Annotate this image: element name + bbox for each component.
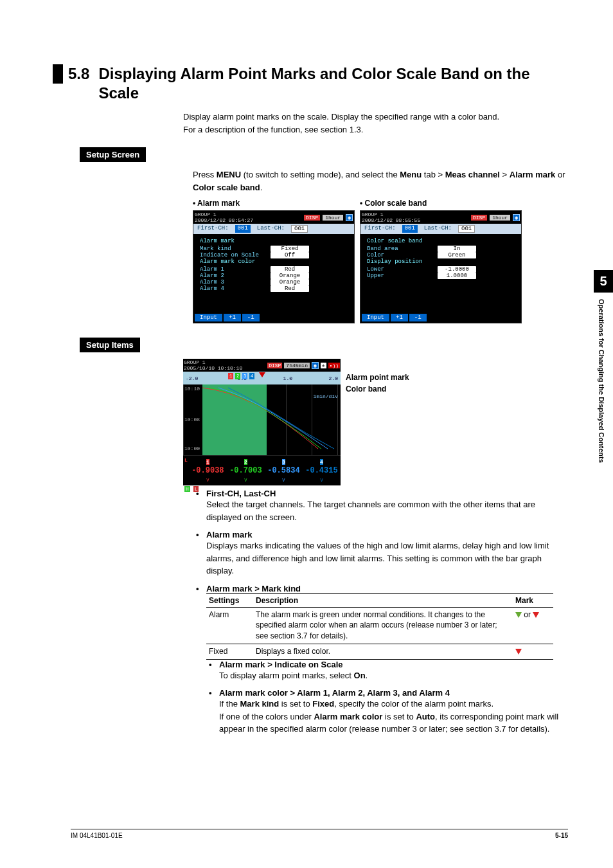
page-footer: IM 04L41B01-01E 5-15 xyxy=(71,829,568,839)
camera-icon: ◉ xyxy=(312,362,319,369)
alarm-mark-device: GROUP 12008/12/02 08:54:27 DISP 1hour ◉ … xyxy=(193,210,355,323)
intro-text: Display alarm point marks on the scale. … xyxy=(183,111,568,136)
page-number: 5-15 xyxy=(555,832,568,839)
alarm-point-mark-icon xyxy=(259,372,265,377)
low-indicator: L xyxy=(183,456,189,485)
color-band-screen-col: • Color scale band GROUP 12008/12/02 08:… xyxy=(360,199,520,323)
side-tab: 5 Operations for Changing the Displayed … xyxy=(594,270,613,469)
list-item: Alarm mark color > Alarm 1, Alarm 2, Ala… xyxy=(209,688,568,736)
chapter-number: 5 xyxy=(594,270,613,293)
doc-id: IM 04L41B01-01E xyxy=(71,832,123,839)
triangle-red-icon xyxy=(533,612,539,618)
color-band-caption: • Color scale band xyxy=(360,199,520,208)
mark-alarm-icons: or xyxy=(513,607,553,644)
list-item: Alarm mark Displays marks indicating the… xyxy=(196,530,568,577)
intro-line2: For a description of the function, see s… xyxy=(183,123,568,136)
disp-icon: DISP xyxy=(267,363,282,368)
zoom-icon: ± xyxy=(321,363,326,368)
section-number: 5.8 xyxy=(53,64,98,84)
trend-annotations: Alarm point mark Color band xyxy=(346,359,409,395)
disp-icon: DISP xyxy=(304,215,320,221)
setup-items-list: First-CH, Last-CH Select the target chan… xyxy=(196,489,568,736)
section-heading: 5.8 Displaying Alarm Point Marks and Col… xyxy=(71,64,568,103)
alarm-mark-caption: • Alarm mark xyxy=(193,199,353,208)
list-item: Alarm mark > Mark kind Settings Descript… xyxy=(196,584,568,736)
camera-icon: ◉ xyxy=(346,214,353,221)
trend-screen: GROUP 12005/10/10 10:10:10 DISP 7h45min … xyxy=(183,359,341,481)
triangle-green-icon xyxy=(515,612,522,618)
setup-items-heading: Setup Items xyxy=(80,338,140,352)
list-item: Alarm mark > Indicate on Scale To displa… xyxy=(209,660,568,682)
color-band-device: GROUP 12008/12/02 08:55:55 DISP 1hour ◉ … xyxy=(360,210,522,323)
nested-list: Alarm mark > Indicate on Scale To displa… xyxy=(209,660,568,736)
mark-fixed-icon-cell xyxy=(513,644,553,659)
trend-display-row: GROUP 12005/10/10 10:10:10 DISP 7h45min … xyxy=(183,359,568,481)
list-item: First-CH, Last-CH Select the target chan… xyxy=(196,489,568,523)
setup-screen-heading: Setup Screen xyxy=(80,147,146,162)
intro-line1: Display alarm point marks on the scale. … xyxy=(183,111,568,123)
color-band-label: Color band xyxy=(346,383,409,395)
signal-icon: •)) xyxy=(328,363,340,368)
section-title-text: Displaying Alarm Point Marks and Color S… xyxy=(98,64,568,103)
disp-icon: DISP xyxy=(471,215,487,221)
alarm-mark-screen-col: • Alarm mark GROUP 12008/12/02 08:54:27 … xyxy=(193,199,353,323)
mark-kind-table: Settings Description Mark Alarm The alar… xyxy=(206,593,553,660)
chapter-label: Operations for Changing the Displayed Co… xyxy=(594,293,609,469)
triangle-red-icon xyxy=(515,649,522,655)
setup-screens-row: • Alarm mark GROUP 12008/12/02 08:54:27 … xyxy=(193,199,568,323)
camera-icon: ◉ xyxy=(513,214,520,221)
alarm-point-mark-label: Alarm point mark xyxy=(346,372,409,383)
setup-screen-instruction: Press MENU (to switch to setting mode), … xyxy=(193,168,568,194)
